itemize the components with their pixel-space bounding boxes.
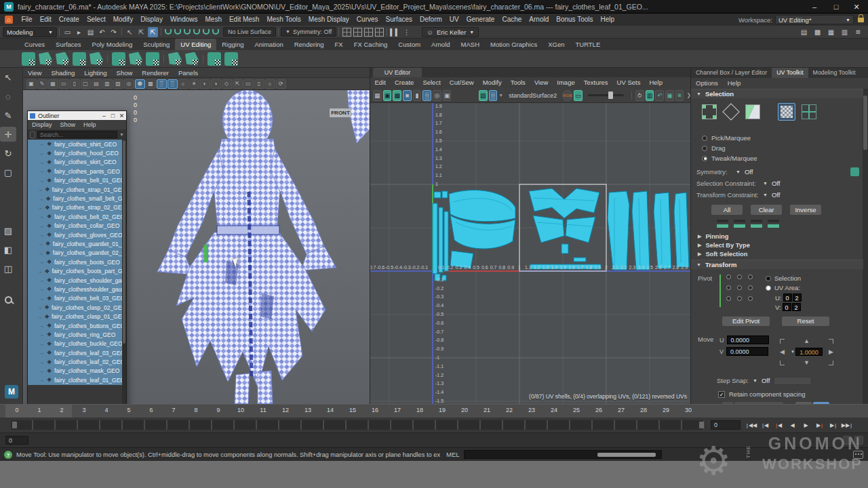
workspace-select[interactable]: UV Editing*▼ [775,15,854,24]
outliner-item[interactable]: → ❖ fairy_clothes_leaf_03_GEO [28,348,126,357]
uv-shelf-cut-icon[interactable] [168,52,182,66]
uv-shelf-cube-map-icon[interactable] [73,52,86,66]
user-account-chip[interactable]: ☺ Eric Keller ▼ [422,27,479,37]
outliner-item[interactable]: → ❖ fairy_clothes_shoulder_gau [28,276,126,285]
exposure-icon[interactable]: ☼ [265,79,275,89]
outliner-item[interactable]: → ❖ fairy_clothes_clasp_02_GEO [28,303,126,312]
uv-lattice-icon[interactable]: ▥ [646,90,654,101]
uv-editor-menu-item[interactable]: Edit [370,77,390,88]
outliner-item[interactable]: → ❖ fairy_clothes_mask_GEO [28,367,126,375]
viewport-menu-item[interactable]: Panels [174,68,203,78]
xray-joints-icon[interactable]: ▯ [254,79,264,89]
sidebar-attribute-editor-icon[interactable]: ▤ [799,27,809,37]
outliner-item[interactable]: → ❖ fairy_clothesshoulder_gaun [28,285,126,293]
uv-editor-menu-item[interactable]: View [530,77,552,88]
timeline-tick[interactable]: 28 [640,407,647,413]
timeline-tick[interactable]: 25 [573,407,580,413]
uv-tile-labels-icon[interactable]: ▮ [413,90,422,101]
timeline-tick[interactable]: 12 [282,407,289,413]
timeline-tick[interactable]: 15 [349,407,356,413]
move-tool-icon[interactable]: ✛ [0,127,16,142]
outliner-item[interactable]: → ❖ fairy_clothes_belt_03_GEO [28,294,126,303]
step-back-frame-button[interactable]: |◀ [760,420,771,430]
safe-action-icon[interactable]: ▥ [102,79,113,89]
nudge-down-right-icon[interactable] [829,361,833,365]
snap-projected-center-icon[interactable] [193,29,200,35]
shelf-tab[interactable]: FX [330,39,349,50]
step-back-key-button[interactable]: |◀ [773,420,785,430]
outliner-item[interactable]: → ❖ fairy_clothes_leaf_02_GEO [28,357,126,366]
select-edge-loop-icon[interactable] [751,220,762,228]
grid-toggle-icon[interactable]: ▦ [48,79,58,89]
step-dropdown-icon[interactable]: ▼ [791,350,795,354]
go-to-end-button[interactable]: ▶▶| [841,420,852,430]
camera-lock-icon[interactable]: ✎ [37,79,47,89]
shelf-tab[interactable]: Poly Modeling [87,39,138,50]
dropdown-icon[interactable]: ▼ [736,169,741,174]
uv-grid-dim-icon[interactable]: ▦ [373,90,382,101]
shelf-tab[interactable]: Motion Graphics [485,39,542,50]
nudge-left-icon[interactable]: ◀ [774,347,791,357]
step-forward-key-button[interactable]: ▶| [814,420,825,430]
step-snap-row[interactable]: Step Snap: ▼ Off [717,375,863,386]
shelf-tab[interactable]: FX Caching [349,39,393,50]
nudge-right-icon[interactable]: ▶ [823,347,840,357]
menu-item[interactable]: Mesh [201,14,225,26]
selection-constraint-row[interactable]: Selection Constraint: ▼ Off [691,178,863,189]
outliner-item[interactable]: → ❖ fairy_clothes_boots_part_GE [28,266,126,275]
timeline-tick[interactable]: 20 [461,407,468,413]
uv-shelf-contour-icon[interactable] [56,52,69,66]
pivot-selection-radio[interactable]: Selection [766,274,802,282]
timeline-tick[interactable]: 21 [484,407,490,413]
viewport-menu-item[interactable]: Lighting [79,68,111,78]
timeline-tick[interactable]: 14 [327,407,334,413]
ambient-occlusion-icon[interactable]: ◑ [211,79,221,89]
uv-snapshot-icon[interactable]: ▣ [443,90,452,101]
outliner-minimize-button[interactable]: – [100,113,108,119]
timeline-tick[interactable]: 29 [663,407,669,413]
uv-area-u-field[interactable]: 0 [783,293,792,302]
timeline-tick[interactable]: 1 [37,407,41,413]
move-step-field[interactable]: 1.0000 [795,348,823,356]
resolution-gate-icon[interactable]: ▯ [70,79,80,89]
time-slider[interactable]: 0123456789101112131415161718192021222324… [0,404,868,418]
texture-swatch-icon[interactable]: ▨ [479,90,488,101]
mel-command-input[interactable] [464,450,662,459]
uv-canvas[interactable]: -0.7-0.6-0.5-0.4-0.3-0.2-0.10.10.20.30.4… [370,103,691,404]
outliner-close-button[interactable]: ✕ [117,113,126,119]
nudge-up-left-icon[interactable] [780,339,785,344]
viewport-menu-item[interactable]: View [23,68,46,78]
lasso-tool-icon[interactable]: ◌ [0,89,16,104]
outliner-item[interactable]: → ❖ fairy_clothes_leaf_01_GEO [28,375,126,384]
outliner-item[interactable]: → ❖ fairy_clothes_buckle_GEO [28,340,126,348]
timeline-tick[interactable]: 3 [82,407,85,413]
uv-shelf-planar-projection-icon[interactable] [112,52,125,66]
filter-icon[interactable] [30,131,35,138]
uv-checker-toggle-icon[interactable]: ■ [403,90,412,101]
uv-editor-menu-item[interactable]: Modify [478,77,506,88]
isolate-select-toggle-icon[interactable]: ⇱ [233,79,243,89]
timeline-tick[interactable]: 16 [372,407,378,413]
uv-optimize-icon[interactable]: ▣ [665,90,674,101]
outliner-item[interactable]: → ❖ fairy_clothes_guantlet_02_G [28,249,126,258]
textured-mode-icon[interactable]: ▩ [146,79,156,89]
range-start-grip[interactable] [12,422,17,428]
go-to-start-button[interactable]: |◀◀ [746,420,757,430]
mel-scroll-thumb[interactable] [597,453,656,457]
timeline-tick[interactable]: 18 [416,407,423,413]
frame-rate-icon[interactable]: ⋮ [401,27,412,37]
layout-two-stacked-icon[interactable] [375,28,384,37]
outliner-vertical-scrollbar[interactable] [122,140,126,404]
viewport-menu-item[interactable]: Show [112,68,138,78]
checker-map-icon[interactable]: ▒ [489,90,498,101]
timeline-tick[interactable]: 19 [439,407,446,413]
snap-live-icon[interactable] [212,29,219,35]
nudge-down-left-icon[interactable] [780,361,785,365]
outliner-item[interactable]: → ❖ fairy_clothes_clasp_01_GEO [28,312,126,321]
timeline-tick[interactable]: 11 [260,407,266,413]
uv-editor-menu-item[interactable]: UV Sets [612,77,645,88]
uv-toolkit-menu-item[interactable]: Options [691,78,723,89]
menu-item[interactable]: Mesh Tools [263,14,304,26]
outliner-item[interactable]: → ❖ fairy_clothes_belt_01_GEO [28,176,126,185]
search-dropdown-icon[interactable]: ▼ [119,132,124,137]
